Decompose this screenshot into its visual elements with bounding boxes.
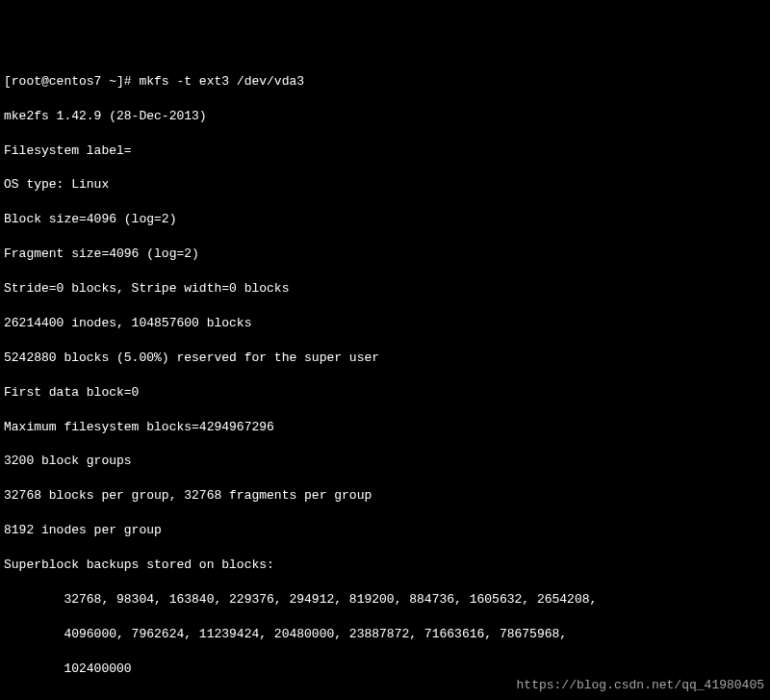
output-line: Block size=4096 (log=2) — [4, 211, 766, 228]
output-line: OS type: Linux — [4, 176, 766, 194]
output-line: Maximum filesystem blocks=4294967296 — [4, 419, 766, 436]
output-line: Fragment size=4096 (log=2) — [4, 246, 766, 263]
output-line: 5242880 blocks (5.00%) reserved for the … — [4, 350, 766, 367]
command[interactable]: mkfs -t ext3 /dev/vda3 — [139, 74, 304, 89]
output-line: 102400000 — [4, 661, 766, 678]
output-line: 3200 block groups — [4, 453, 766, 470]
output-line: Superblock backups stored on blocks: — [4, 557, 766, 574]
output-line: 26214400 inodes, 104857600 blocks — [4, 315, 766, 332]
output-line: mke2fs 1.42.9 (28-Dec-2013) — [4, 108, 766, 125]
output-line: First data block=0 — [4, 384, 766, 402]
shell-prompt: [root@centos7 ~]# — [4, 74, 139, 89]
output-line: Filesystem label= — [4, 143, 766, 160]
terminal-line: [root@centos7 ~]# mkfs -t ext3 /dev/vda3 — [4, 73, 766, 91]
output-line: 32768, 98304, 163840, 229376, 294912, 81… — [4, 591, 766, 609]
output-line: Stride=0 blocks, Stripe width=0 blocks — [4, 280, 766, 298]
output-line: 32768 blocks per group, 32768 fragments … — [4, 487, 766, 505]
output-line: 8192 inodes per group — [4, 522, 766, 539]
watermark-text: https://blog.csdn.net/qq_41980405 — [517, 677, 764, 694]
output-line: 4096000, 7962624, 11239424, 20480000, 23… — [4, 626, 766, 643]
